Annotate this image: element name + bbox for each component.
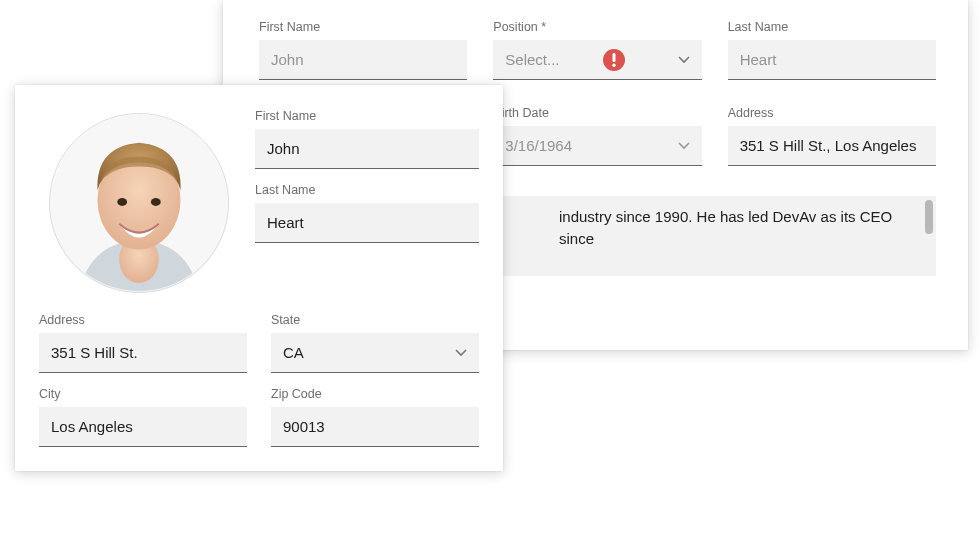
field-birth-date: Birth Date 3/16/1964 bbox=[493, 106, 701, 166]
label-address-back: Address bbox=[728, 106, 936, 120]
field-city: City Los Angeles bbox=[39, 387, 247, 447]
select-birth-date[interactable]: 3/16/1964 bbox=[493, 126, 701, 166]
svg-point-6 bbox=[117, 198, 127, 206]
input-last-name-front[interactable]: Heart bbox=[255, 203, 479, 243]
label-zip: Zip Code bbox=[271, 387, 479, 401]
field-zip: Zip Code 90013 bbox=[271, 387, 479, 447]
select-position[interactable]: Select... bbox=[493, 40, 701, 80]
field-address-back: Address 351 S Hill St., Los Angeles bbox=[728, 106, 936, 166]
input-first-name-front[interactable]: John bbox=[255, 129, 479, 169]
input-zip[interactable]: 90013 bbox=[271, 407, 479, 447]
label-last-name: Last Name bbox=[728, 20, 936, 34]
input-last-name[interactable]: Heart bbox=[728, 40, 936, 80]
chevron-down-icon bbox=[678, 56, 690, 64]
label-city: City bbox=[39, 387, 247, 401]
label-first-name-front: First Name bbox=[255, 109, 479, 123]
chevron-down-icon bbox=[455, 349, 467, 357]
label-state: State bbox=[271, 313, 479, 327]
field-first-name: First Name John bbox=[259, 20, 467, 80]
label-address-front: Address bbox=[39, 313, 247, 327]
label-last-name-front: Last Name bbox=[255, 183, 479, 197]
input-address-front[interactable]: 351 S Hill St. bbox=[39, 333, 247, 373]
svg-point-1 bbox=[612, 63, 615, 66]
field-address-front: Address 351 S Hill St. bbox=[39, 313, 247, 373]
scrollbar-thumb[interactable] bbox=[925, 200, 933, 234]
scrollbar[interactable] bbox=[925, 200, 933, 272]
svg-rect-0 bbox=[612, 53, 615, 62]
input-first-name[interactable]: John bbox=[259, 40, 467, 80]
field-last-name: Last Name Heart bbox=[728, 20, 936, 80]
field-position: Position * Select... bbox=[493, 20, 701, 80]
svg-point-7 bbox=[151, 198, 161, 206]
notes-text: industry since 1990. He has led DevAv as… bbox=[559, 208, 892, 247]
avatar bbox=[49, 113, 229, 293]
label-position: Position * bbox=[493, 20, 701, 34]
field-first-name-front: First Name John bbox=[255, 109, 479, 169]
chevron-down-icon bbox=[678, 142, 690, 150]
field-state: State CA bbox=[271, 313, 479, 373]
select-state[interactable]: CA bbox=[271, 333, 479, 373]
input-city[interactable]: Los Angeles bbox=[39, 407, 247, 447]
avatar-container bbox=[39, 103, 239, 303]
field-last-name-front: Last Name Heart bbox=[255, 183, 479, 243]
warning-icon bbox=[603, 49, 625, 71]
label-first-name: First Name bbox=[259, 20, 467, 34]
form-panel-front: First Name John Last Name Heart Address … bbox=[15, 85, 503, 471]
label-birth-date: Birth Date bbox=[493, 106, 701, 120]
input-address-back[interactable]: 351 S Hill St., Los Angeles bbox=[728, 126, 936, 166]
